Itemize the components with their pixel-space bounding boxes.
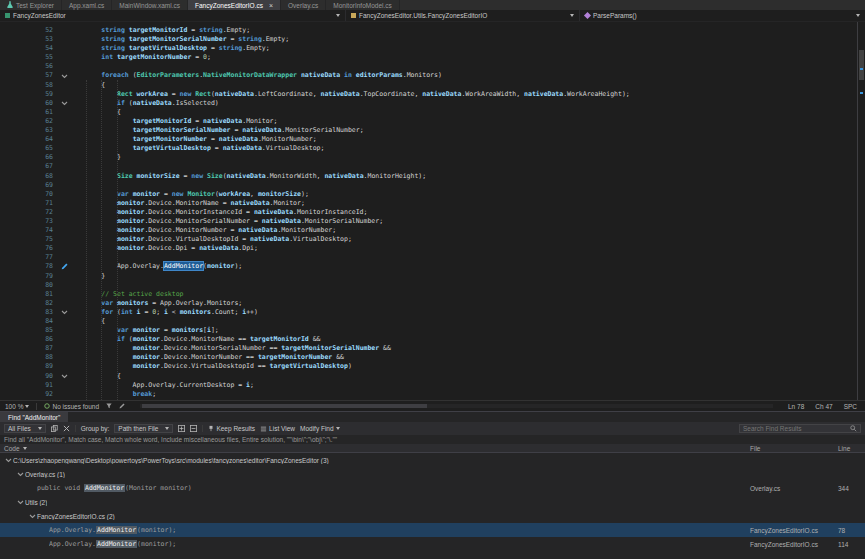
editor-vertical-scrollbar[interactable] <box>857 22 865 400</box>
line-number[interactable]: 83 <box>0 308 58 317</box>
type-dropdown[interactable]: FancyZonesEditor.Utils.FancyZonesEditorI… <box>346 10 580 21</box>
line-number[interactable]: 77 <box>0 253 58 262</box>
code-line[interactable]: 66 } <box>0 153 865 162</box>
code-column-header[interactable]: Code <box>4 444 27 452</box>
code-line[interactable]: 88 monitor.Device.MonitorNumber == targe… <box>0 353 865 362</box>
line-number[interactable]: 72 <box>0 208 58 217</box>
code-line[interactable]: 63 targetMonitorSerialNumber = nativeDat… <box>0 126 865 135</box>
line-number[interactable]: 87 <box>0 344 58 353</box>
line-number[interactable]: 89 <box>0 362 58 371</box>
line-number[interactable]: 58 <box>0 81 58 90</box>
line-number[interactable]: 78 <box>0 262 58 271</box>
fold-icon[interactable] <box>58 71 70 80</box>
code-line[interactable]: 67 <box>0 162 865 171</box>
filter-icon[interactable] <box>106 403 112 409</box>
line-number[interactable]: 71 <box>0 199 58 208</box>
line-number[interactable]: 54 <box>0 44 58 53</box>
chevron-down-icon[interactable] <box>16 472 25 477</box>
member-dropdown[interactable]: ParseParams() <box>580 10 865 21</box>
pencil-icon[interactable] <box>119 403 125 409</box>
line-number[interactable]: 52 <box>0 26 58 35</box>
line-number[interactable]: 59 <box>0 90 58 99</box>
document-health-indicator[interactable]: No issues found <box>44 403 99 410</box>
code-line[interactable]: 84 { <box>0 317 865 326</box>
find-group-row[interactable]: Utils (2) <box>0 495 865 509</box>
editor-horizontal-scrollbar[interactable] <box>140 404 773 408</box>
line-number[interactable]: 82 <box>0 299 58 308</box>
search-input[interactable] <box>743 425 848 432</box>
fold-icon[interactable] <box>58 308 70 317</box>
line-number[interactable]: 66 <box>0 153 58 162</box>
code-line[interactable]: 85 var monitor = monitors[i]; <box>0 326 865 335</box>
scope-dropdown[interactable]: All Files <box>4 424 46 433</box>
search-find-results-box[interactable] <box>739 424 861 433</box>
code-line[interactable]: 59 Rect workArea = new Rect(nativeData.L… <box>0 90 865 99</box>
line-number[interactable]: 79 <box>0 272 58 281</box>
code-line[interactable]: 92 break; <box>0 390 865 399</box>
zoom-control[interactable]: 100 % <box>5 403 29 410</box>
file-tab[interactable]: FancyZonesEditorIO.cs× <box>188 0 281 10</box>
line-number[interactable]: 65 <box>0 144 58 153</box>
line-number[interactable]: 60 <box>0 99 58 108</box>
clear-results-icon[interactable] <box>63 425 70 432</box>
line-number[interactable]: 80 <box>0 281 58 290</box>
code-line[interactable]: 71 monitor.Device.MonitorName = nativeDa… <box>0 199 865 208</box>
code-line[interactable]: 90 { <box>0 372 865 381</box>
line-number[interactable]: 84 <box>0 317 58 326</box>
code-line[interactable]: 72 monitor.Device.MonitorInstanceId = na… <box>0 208 865 217</box>
line-number[interactable]: 90 <box>0 372 58 381</box>
scrollbar-thumb[interactable] <box>859 50 864 80</box>
spaces-indicator[interactable]: SPC <box>844 403 857 410</box>
code-line[interactable]: 54 string targetVirtualDesktop = string.… <box>0 44 865 53</box>
chevron-down-icon[interactable] <box>16 500 25 505</box>
code-editor[interactable]: 52 string targetMonitorId = string.Empty… <box>0 22 865 400</box>
file-tab[interactable]: Overlay.cs <box>281 0 326 10</box>
code-line[interactable]: 83 for (int i = 0; i < monitors.Count; i… <box>0 308 865 317</box>
line-number[interactable]: 81 <box>0 290 58 299</box>
line-number[interactable]: 69 <box>0 181 58 190</box>
line-indicator[interactable]: Ln 78 <box>788 403 804 410</box>
code-line[interactable]: 74 monitor.Device.MonitorNumber = native… <box>0 226 865 235</box>
code-line[interactable]: 68 Size monitorSize = new Size(nativeDat… <box>0 172 865 181</box>
line-number[interactable]: 74 <box>0 226 58 235</box>
code-line[interactable]: 56 <box>0 62 865 71</box>
line-number[interactable]: 86 <box>0 335 58 344</box>
fold-icon[interactable] <box>58 99 70 108</box>
code-line[interactable]: 53 string targetMonitorSerialNumber = st… <box>0 35 865 44</box>
chevron-down-icon[interactable] <box>28 514 37 519</box>
line-number[interactable]: 70 <box>0 190 58 199</box>
copy-icon[interactable] <box>51 425 58 432</box>
code-line[interactable]: 82 var monitors = App.Overlay.Monitors; <box>0 299 865 308</box>
line-number[interactable]: 57 <box>0 71 58 80</box>
group-by-dropdown[interactable]: Path then File <box>114 424 173 433</box>
file-column-header[interactable]: File <box>750 444 760 452</box>
line-number[interactable]: 61 <box>0 108 58 117</box>
code-line[interactable]: 89 monitor.Device.VirtualDesktopId == ta… <box>0 362 865 371</box>
line-number[interactable]: 92 <box>0 390 58 399</box>
line-column-header[interactable]: Line <box>838 444 850 452</box>
find-group-row[interactable]: Overlay.cs (1) <box>0 467 865 481</box>
find-results-tab[interactable]: Find "AddMonitor" <box>0 412 68 422</box>
fold-icon[interactable] <box>58 372 70 381</box>
line-number[interactable]: 91 <box>0 381 58 390</box>
code-line[interactable]: 58 { <box>0 81 865 90</box>
code-line[interactable]: 57 foreach (EditorParameters.NativeMonit… <box>0 71 865 80</box>
column-indicator[interactable]: Ch 47 <box>815 403 832 410</box>
expand-all-icon[interactable] <box>178 425 185 432</box>
collapse-all-icon[interactable] <box>190 425 197 432</box>
line-number[interactable]: 88 <box>0 353 58 362</box>
list-view-toggle[interactable]: List View <box>260 425 295 432</box>
line-number[interactable]: 62 <box>0 117 58 126</box>
code-line[interactable]: 70 var monitor = new Monitor(workArea, m… <box>0 190 865 199</box>
code-line[interactable]: 78 App.Overlay.AddMonitor(monitor); <box>0 262 865 271</box>
code-line[interactable]: 60 if (nativeData.IsSelected) <box>0 99 865 108</box>
line-number[interactable]: 75 <box>0 235 58 244</box>
code-line[interactable]: 61 { <box>0 108 865 117</box>
code-line[interactable]: 52 string targetMonitorId = string.Empty… <box>0 26 865 35</box>
code-line[interactable]: 62 targetMonitorId = nativeData.Monitor; <box>0 117 865 126</box>
find-result-row[interactable]: App.Overlay.AddMonitor(monitor);FancyZon… <box>0 537 865 551</box>
find-group-row[interactable]: FancyZonesEditorIO.cs (2) <box>0 509 865 523</box>
project-dropdown[interactable]: FancyZonesEditor <box>0 10 346 21</box>
line-number[interactable]: 53 <box>0 35 58 44</box>
code-line[interactable]: 75 monitor.Device.VirtualDesktopId = nat… <box>0 235 865 244</box>
